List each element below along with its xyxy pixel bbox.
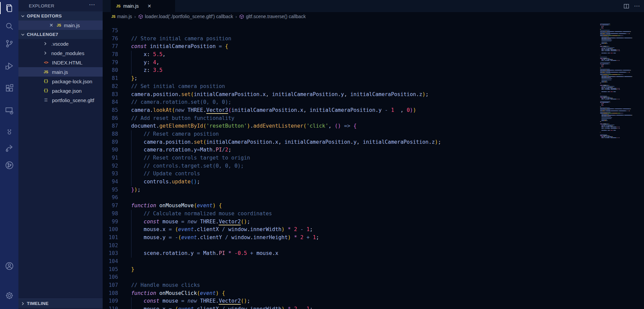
code-line-110[interactable]: 110 mouse.x = (event.clientX / window.in… bbox=[103, 305, 644, 309]
remote-explorer-icon[interactable] bbox=[0, 102, 18, 119]
code-line-77[interactable]: 77const initialCameraPosition = { bbox=[103, 43, 644, 51]
code-line-84[interactable]: 84// camera.rotation.set(0, 0, 0); bbox=[103, 98, 644, 106]
close-icon[interactable]: ✕ bbox=[49, 23, 53, 28]
live-share-icon[interactable] bbox=[0, 140, 18, 156]
code-line-78[interactable]: 78 x: 5.5, bbox=[103, 51, 644, 59]
code-line-83[interactable]: 83camera.position.set(initialCameraPosit… bbox=[103, 91, 644, 99]
code-line-81[interactable]: 81}; bbox=[103, 75, 644, 83]
minimap-line bbox=[600, 69, 610, 70]
source-control-icon[interactable] bbox=[0, 36, 18, 52]
chevron-down-icon bbox=[20, 13, 25, 19]
code-line-101[interactable]: 101 mouse.y = -(event.clientY / window.i… bbox=[103, 234, 644, 242]
minimap-line bbox=[619, 127, 620, 127]
minimap-line bbox=[610, 130, 611, 131]
code-editor[interactable]: 7576// Store initial camera position77co… bbox=[103, 21, 644, 309]
code-line-108[interactable]: 108function onMouseClick(event) { bbox=[103, 290, 644, 298]
minimap-line bbox=[600, 29, 601, 30]
minimap-line bbox=[615, 76, 616, 77]
code-line-97[interactable]: 97function onMouseMove(event) { bbox=[103, 202, 644, 210]
minimap-line bbox=[626, 33, 626, 34]
minimap-line bbox=[610, 88, 610, 89]
code-line-103[interactable]: 103 scene.rotation.y = Math.PI * -0.5 + … bbox=[103, 250, 644, 258]
minimap-line bbox=[620, 113, 621, 114]
code-line-96[interactable]: 96 bbox=[103, 194, 644, 202]
account-icon[interactable] bbox=[0, 258, 18, 274]
settings-gear-icon[interactable] bbox=[0, 288, 18, 304]
open-editor-item-main.js[interactable]: ✕JSmain.js bbox=[18, 20, 103, 30]
line-number: 85 bbox=[103, 106, 118, 115]
more-actions-icon[interactable]: ⋯ bbox=[89, 1, 95, 8]
code-line-107[interactable]: 107// Handle mouse clicks bbox=[103, 281, 644, 290]
code-line-82[interactable]: 82// Set initial camera position bbox=[103, 83, 644, 91]
minimap-line bbox=[620, 74, 621, 75]
minimap-line bbox=[632, 38, 632, 38]
code-line-92[interactable]: 92 // controls.target.set(0, 0, 0); bbox=[103, 162, 644, 170]
tree-item-portfolio_scene.gltf[interactable]: ☰portfolio_scene.gltf bbox=[18, 95, 103, 105]
split-editor-icon[interactable] bbox=[624, 3, 629, 9]
code-line-79[interactable]: 79 y: 4, bbox=[103, 59, 644, 67]
section-open-editors[interactable]: OPEN EDITORS bbox=[18, 11, 103, 20]
minimap-line bbox=[609, 136, 612, 137]
breadcrumb-item-0[interactable]: JSmain.js bbox=[111, 14, 132, 19]
minimap-line bbox=[615, 38, 616, 38]
code-line-95[interactable]: 95}); bbox=[103, 186, 644, 194]
code-line-105[interactable]: 105} bbox=[103, 266, 644, 274]
code-line-109[interactable]: 109 const mouse = new THREE.Vector2(); bbox=[103, 297, 644, 305]
minimap-line bbox=[608, 76, 615, 77]
code-line-100[interactable]: 100 mouse.x = (event.clientX / window.in… bbox=[103, 226, 644, 234]
minimap-line bbox=[613, 60, 616, 61]
minimap-line bbox=[606, 48, 607, 49]
chevron-right-icon bbox=[20, 301, 25, 306]
tree-item-package-lock.json[interactable]: {}package-lock.json bbox=[18, 77, 103, 86]
more-actions-icon[interactable]: ⋯ bbox=[634, 2, 640, 10]
search-icon[interactable] bbox=[0, 18, 18, 34]
line-number: 91 bbox=[103, 154, 118, 162]
code-line-87[interactable]: 87document.getElementById('resetButton')… bbox=[103, 122, 644, 130]
tab-close-icon[interactable]: ✕ bbox=[147, 3, 151, 9]
breadcrumb-item-2[interactable]: gltf.scene.traverse() callback bbox=[239, 14, 306, 19]
minimap-line bbox=[618, 99, 618, 99]
minimap-line bbox=[615, 115, 616, 116]
code-line-80[interactable]: 80 z: 3.5 bbox=[103, 67, 644, 75]
code-line-104[interactable]: 104 bbox=[103, 258, 644, 266]
code-line-91[interactable]: 91 // Reset controls target to origin bbox=[103, 154, 644, 162]
explorer-icon[interactable] bbox=[0, 0, 18, 16]
code-line-76[interactable]: 76// Store initial camera position bbox=[103, 35, 644, 43]
code-line-93[interactable]: 93 // Update controls bbox=[103, 170, 644, 178]
testing-icon[interactable] bbox=[0, 124, 18, 140]
minimap-line bbox=[603, 98, 605, 98]
extensions-icon[interactable] bbox=[0, 80, 18, 96]
minimap[interactable] bbox=[599, 23, 636, 150]
tree-item-INDEX.HTML[interactable]: <>INDEX.HTML bbox=[18, 58, 103, 67]
minimap-line bbox=[602, 26, 602, 27]
breadcrumb-item-1[interactable]: loader.load('./portfolio_scene.gltf') ca… bbox=[138, 14, 233, 19]
tree-item-main.js[interactable]: JSmain.js bbox=[18, 67, 103, 77]
code-line-86[interactable]: 86// Add reset button functionality bbox=[103, 115, 644, 123]
code-line-85[interactable]: 85camera.lookAt(new THREE.Vector3(initia… bbox=[103, 106, 644, 115]
gitlens-icon[interactable] bbox=[0, 157, 18, 173]
minimap-line bbox=[605, 72, 606, 73]
code-line-106[interactable]: 106 bbox=[103, 273, 644, 281]
minimap-line bbox=[601, 81, 607, 81]
code-line-98[interactable]: 98 // Calculate normalized mouse coordin… bbox=[103, 210, 644, 218]
minimap-line bbox=[619, 89, 619, 90]
minimap-line bbox=[602, 28, 603, 29]
code-line-89[interactable]: 89 camera.position.set(initialCameraPosi… bbox=[103, 138, 644, 146]
code-line-94[interactable]: 94 controls.update(); bbox=[103, 178, 644, 186]
minimap-line bbox=[630, 33, 630, 34]
tree-item-node_modules[interactable]: node_modules bbox=[18, 48, 103, 58]
tree-item-.vscode[interactable]: .vscode bbox=[18, 39, 103, 48]
tab-main.js[interactable]: JSmain.js✕ bbox=[111, 0, 175, 12]
minimap-line bbox=[600, 24, 610, 24]
minimap-line bbox=[600, 107, 610, 108]
run-debug-icon[interactable] bbox=[0, 58, 18, 74]
tree-item-package.json[interactable]: {}package.json bbox=[18, 86, 103, 95]
code-line-99[interactable]: 99 const mouse = new THREE.Vector2(); bbox=[103, 218, 644, 226]
code-line-90[interactable]: 90 camera.rotation.y=Math.PI/2; bbox=[103, 146, 644, 154]
code-line-88[interactable]: 88 // Reset camera position bbox=[103, 130, 644, 138]
code-line-102[interactable]: 102 bbox=[103, 242, 644, 250]
section-project[interactable]: CHALLENGE7 bbox=[18, 30, 103, 39]
section-timeline[interactable]: TIMELINE bbox=[18, 299, 103, 308]
code-line-75[interactable]: 75 bbox=[103, 27, 644, 35]
minimap-line bbox=[609, 58, 609, 59]
